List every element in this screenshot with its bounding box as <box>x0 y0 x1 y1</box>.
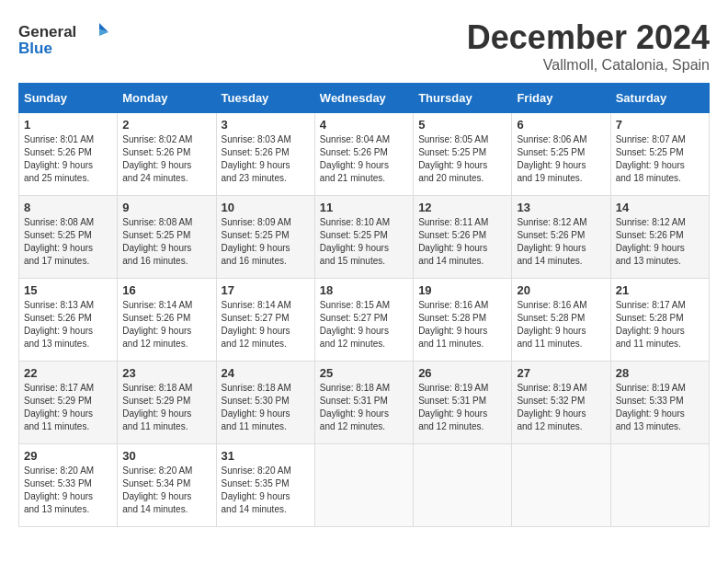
day-cell <box>414 444 512 527</box>
day-cell: 4Sunrise: 8:04 AM Sunset: 5:26 PM Daylig… <box>314 113 413 196</box>
day-number: 18 <box>320 283 408 297</box>
day-number: 9 <box>122 201 210 214</box>
day-cell: 29Sunrise: 8:20 AM Sunset: 5:33 PM Dayli… <box>19 444 118 527</box>
day-cell: 8Sunrise: 8:08 AM Sunset: 5:25 PM Daylig… <box>19 196 118 279</box>
day-info: Sunrise: 8:12 AM Sunset: 5:26 PM Dayligh… <box>616 216 704 268</box>
day-number: 4 <box>320 118 408 132</box>
day-number: 2 <box>122 118 210 132</box>
header-tuesday: Tuesday <box>216 84 314 113</box>
day-info: Sunrise: 8:01 AM Sunset: 5:26 PM Dayligh… <box>24 133 112 185</box>
day-cell: 31Sunrise: 8:20 AM Sunset: 5:35 PM Dayli… <box>216 444 314 527</box>
day-cell <box>610 444 709 527</box>
day-number: 15 <box>24 283 112 297</box>
month-title: December 2024 <box>467 18 710 57</box>
day-info: Sunrise: 8:18 AM Sunset: 5:31 PM Dayligh… <box>320 382 408 433</box>
day-number: 1 <box>24 118 112 132</box>
day-cell <box>512 444 610 527</box>
day-info: Sunrise: 8:20 AM Sunset: 5:33 PM Dayligh… <box>24 465 112 516</box>
day-number: 6 <box>517 118 605 132</box>
day-info: Sunrise: 8:08 AM Sunset: 5:25 PM Dayligh… <box>122 216 210 268</box>
day-number: 27 <box>517 366 605 380</box>
day-number: 24 <box>222 366 310 380</box>
day-cell: 9Sunrise: 8:08 AM Sunset: 5:25 PM Daylig… <box>118 196 216 279</box>
day-info: Sunrise: 8:18 AM Sunset: 5:29 PM Dayligh… <box>122 382 210 433</box>
location: Vallmoll, Catalonia, Spain <box>467 57 710 74</box>
day-cell: 14Sunrise: 8:12 AM Sunset: 5:26 PM Dayli… <box>610 196 709 279</box>
day-cell: 5Sunrise: 8:05 AM Sunset: 5:25 PM Daylig… <box>414 113 512 196</box>
day-number: 28 <box>616 366 704 380</box>
day-info: Sunrise: 8:06 AM Sunset: 5:25 PM Dayligh… <box>517 133 605 185</box>
day-info: Sunrise: 8:19 AM Sunset: 5:32 PM Dayligh… <box>517 382 605 433</box>
svg-text:Blue: Blue <box>18 40 52 57</box>
day-number: 23 <box>122 366 210 380</box>
week-row-3: 15Sunrise: 8:13 AM Sunset: 5:26 PM Dayli… <box>19 279 710 362</box>
day-cell: 23Sunrise: 8:18 AM Sunset: 5:29 PM Dayli… <box>118 362 216 444</box>
day-number: 31 <box>222 449 310 463</box>
day-number: 7 <box>616 118 704 132</box>
day-cell: 21Sunrise: 8:17 AM Sunset: 5:28 PM Dayli… <box>610 279 709 362</box>
day-number: 10 <box>222 201 310 214</box>
day-cell: 20Sunrise: 8:16 AM Sunset: 5:28 PM Dayli… <box>512 279 610 362</box>
day-info: Sunrise: 8:07 AM Sunset: 5:25 PM Dayligh… <box>616 133 704 185</box>
week-row-2: 8Sunrise: 8:08 AM Sunset: 5:25 PM Daylig… <box>19 196 710 279</box>
header-wednesday: Wednesday <box>314 84 413 113</box>
day-cell: 22Sunrise: 8:17 AM Sunset: 5:29 PM Dayli… <box>19 362 118 444</box>
day-info: Sunrise: 8:20 AM Sunset: 5:34 PM Dayligh… <box>122 465 210 516</box>
day-cell: 25Sunrise: 8:18 AM Sunset: 5:31 PM Dayli… <box>314 362 413 444</box>
day-cell: 3Sunrise: 8:03 AM Sunset: 5:26 PM Daylig… <box>216 113 314 196</box>
day-info: Sunrise: 8:09 AM Sunset: 5:25 PM Dayligh… <box>222 216 310 268</box>
header-monday: Monday <box>118 84 216 113</box>
day-cell: 7Sunrise: 8:07 AM Sunset: 5:25 PM Daylig… <box>610 113 709 196</box>
day-info: Sunrise: 8:13 AM Sunset: 5:26 PM Dayligh… <box>24 299 112 350</box>
day-info: Sunrise: 8:19 AM Sunset: 5:33 PM Dayligh… <box>616 382 704 433</box>
day-info: Sunrise: 8:19 AM Sunset: 5:31 PM Dayligh… <box>418 382 506 433</box>
day-number: 8 <box>24 201 112 214</box>
day-info: Sunrise: 8:16 AM Sunset: 5:28 PM Dayligh… <box>517 299 605 350</box>
day-number: 13 <box>517 201 605 214</box>
svg-text:General: General <box>18 23 76 40</box>
day-cell: 6Sunrise: 8:06 AM Sunset: 5:25 PM Daylig… <box>512 113 610 196</box>
week-row-5: 29Sunrise: 8:20 AM Sunset: 5:33 PM Dayli… <box>19 444 710 527</box>
day-number: 25 <box>320 366 408 380</box>
day-cell: 11Sunrise: 8:10 AM Sunset: 5:25 PM Dayli… <box>314 196 413 279</box>
day-info: Sunrise: 8:08 AM Sunset: 5:25 PM Dayligh… <box>24 216 112 268</box>
day-cell: 18Sunrise: 8:15 AM Sunset: 5:27 PM Dayli… <box>314 279 413 362</box>
day-cell: 10Sunrise: 8:09 AM Sunset: 5:25 PM Dayli… <box>216 196 314 279</box>
day-info: Sunrise: 8:15 AM Sunset: 5:27 PM Dayligh… <box>320 299 408 350</box>
day-info: Sunrise: 8:10 AM Sunset: 5:25 PM Dayligh… <box>320 216 408 268</box>
day-cell: 13Sunrise: 8:12 AM Sunset: 5:26 PM Dayli… <box>512 196 610 279</box>
day-info: Sunrise: 8:14 AM Sunset: 5:26 PM Dayligh… <box>122 299 210 350</box>
day-info: Sunrise: 8:16 AM Sunset: 5:28 PM Dayligh… <box>418 299 506 350</box>
page-header: General Blue December 2024 Vallmoll, Cat… <box>18 18 710 74</box>
day-cell: 2Sunrise: 8:02 AM Sunset: 5:26 PM Daylig… <box>118 113 216 196</box>
day-number: 20 <box>517 283 605 297</box>
day-cell: 1Sunrise: 8:01 AM Sunset: 5:26 PM Daylig… <box>19 113 118 196</box>
header-friday: Friday <box>512 84 610 113</box>
day-info: Sunrise: 8:17 AM Sunset: 5:28 PM Dayligh… <box>616 299 704 350</box>
week-row-4: 22Sunrise: 8:17 AM Sunset: 5:29 PM Dayli… <box>19 362 710 444</box>
day-cell: 19Sunrise: 8:16 AM Sunset: 5:28 PM Dayli… <box>414 279 512 362</box>
day-info: Sunrise: 8:20 AM Sunset: 5:35 PM Dayligh… <box>222 465 310 516</box>
day-cell: 15Sunrise: 8:13 AM Sunset: 5:26 PM Dayli… <box>19 279 118 362</box>
day-number: 17 <box>222 283 310 297</box>
day-number: 5 <box>418 118 506 132</box>
day-info: Sunrise: 8:17 AM Sunset: 5:29 PM Dayligh… <box>24 382 112 433</box>
logo-svg: General Blue <box>18 18 110 60</box>
day-cell <box>314 444 413 527</box>
day-info: Sunrise: 8:04 AM Sunset: 5:26 PM Dayligh… <box>320 133 408 185</box>
header-row: SundayMondayTuesdayWednesdayThursdayFrid… <box>19 84 710 113</box>
day-number: 19 <box>418 283 506 297</box>
day-cell: 26Sunrise: 8:19 AM Sunset: 5:31 PM Dayli… <box>414 362 512 444</box>
day-number: 22 <box>24 366 112 380</box>
day-info: Sunrise: 8:11 AM Sunset: 5:26 PM Dayligh… <box>418 216 506 268</box>
day-number: 21 <box>616 283 704 297</box>
header-saturday: Saturday <box>610 84 709 113</box>
day-number: 12 <box>418 201 506 214</box>
logo: General Blue <box>18 18 110 60</box>
day-number: 3 <box>222 118 310 132</box>
calendar-table: SundayMondayTuesdayWednesdayThursdayFrid… <box>18 83 710 527</box>
week-row-1: 1Sunrise: 8:01 AM Sunset: 5:26 PM Daylig… <box>19 113 710 196</box>
day-cell: 27Sunrise: 8:19 AM Sunset: 5:32 PM Dayli… <box>512 362 610 444</box>
day-info: Sunrise: 8:18 AM Sunset: 5:30 PM Dayligh… <box>222 382 310 433</box>
header-thursday: Thursday <box>414 84 512 113</box>
